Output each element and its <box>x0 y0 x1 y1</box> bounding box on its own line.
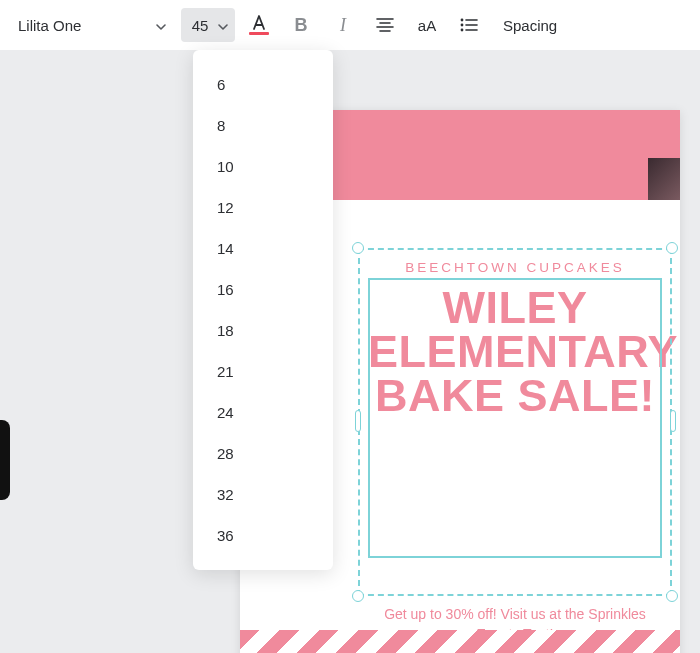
font-size-option[interactable]: 36 <box>193 515 333 556</box>
text-color-button[interactable] <box>241 7 277 43</box>
italic-icon: I <box>340 15 346 36</box>
text-color-swatch <box>249 32 269 35</box>
font-size-option[interactable]: 14 <box>193 228 333 269</box>
font-size-input[interactable] <box>183 17 217 34</box>
resize-handle-br[interactable] <box>666 590 678 602</box>
font-size-option[interactable]: 18 <box>193 310 333 351</box>
font-family-picker[interactable]: Lilita One <box>10 13 175 38</box>
resize-handle-r[interactable] <box>670 410 676 432</box>
resize-handle-bl[interactable] <box>352 590 364 602</box>
resize-handle-tl[interactable] <box>352 242 364 254</box>
canvas-area: BEECHTOWN CUPCAKES WILEY ELEMENTARY BAKE… <box>0 50 700 653</box>
font-size-option[interactable]: 32 <box>193 474 333 515</box>
font-size-option[interactable]: 8 <box>193 105 333 146</box>
bold-button[interactable]: B <box>283 7 319 43</box>
banner-photo <box>648 158 680 200</box>
list-button[interactable] <box>451 7 487 43</box>
svg-point-1 <box>461 24 464 27</box>
svg-point-2 <box>461 29 464 32</box>
align-center-icon <box>376 18 394 32</box>
text-toolbar: Lilita One B I aA S <box>0 0 700 50</box>
side-panel-handle[interactable] <box>0 420 10 500</box>
font-size-option[interactable]: 21 <box>193 351 333 392</box>
chevron-down-icon <box>155 19 167 31</box>
stripes-footer <box>240 630 680 653</box>
font-size-option[interactable]: 24 <box>193 392 333 433</box>
resize-handle-l[interactable] <box>355 410 361 432</box>
font-size-dropdown[interactable]: 6810121416182124283236 <box>193 50 333 570</box>
case-icon: aA <box>418 17 436 34</box>
chevron-down-icon <box>217 19 229 31</box>
font-size-option[interactable]: 12 <box>193 187 333 228</box>
font-size-option[interactable]: 6 <box>193 64 333 105</box>
font-family-label: Lilita One <box>18 17 81 34</box>
font-size-option[interactable]: 16 <box>193 269 333 310</box>
font-size-option[interactable]: 28 <box>193 433 333 474</box>
bold-icon: B <box>295 15 308 36</box>
list-icon <box>460 18 478 32</box>
spacing-label: Spacing <box>503 17 557 34</box>
selection-box-inner <box>368 278 662 558</box>
resize-handle-tr[interactable] <box>666 242 678 254</box>
font-size-option[interactable]: 10 <box>193 146 333 187</box>
font-size-picker[interactable] <box>181 8 235 42</box>
text-color-icon <box>250 15 268 31</box>
italic-button[interactable]: I <box>325 7 361 43</box>
svg-point-0 <box>461 19 464 22</box>
align-button[interactable] <box>367 7 403 43</box>
spacing-button[interactable]: Spacing <box>493 7 567 43</box>
uppercase-button[interactable]: aA <box>409 7 445 43</box>
